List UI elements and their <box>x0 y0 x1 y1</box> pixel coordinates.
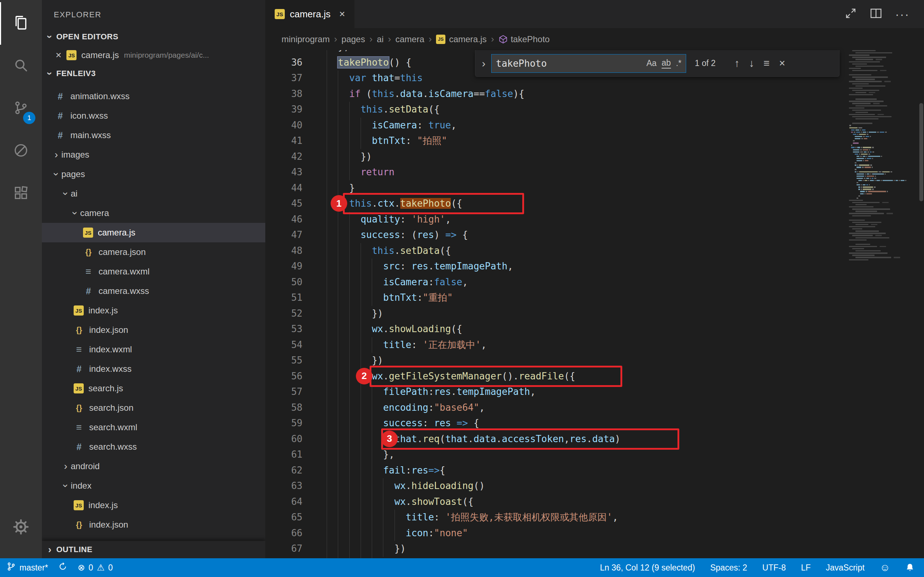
open-editors-header[interactable]: › OPEN EDITORS <box>42 28 265 45</box>
feedback-smiley-icon[interactable]: ☺ <box>880 562 890 574</box>
line-number[interactable]: 47 <box>265 227 327 243</box>
activity-run-debug-button[interactable] <box>0 130 42 172</box>
line-number[interactable]: 49 <box>265 259 327 274</box>
previous-match-button[interactable]: ↑ <box>735 57 740 69</box>
tree-item-index[interactable]: ›index <box>42 476 265 495</box>
line-content[interactable]: fail:res=>{ <box>327 463 446 479</box>
whole-word-icon[interactable]: ab <box>662 58 671 69</box>
line-number[interactable]: 43 <box>265 164 327 180</box>
line-content[interactable]: wx.hideLoading() <box>327 478 485 494</box>
close-icon[interactable]: × <box>56 49 61 61</box>
tree-item-pages[interactable]: ›pages <box>42 164 265 184</box>
line-content[interactable]: isCamera: true, <box>327 118 457 134</box>
minimap[interactable] <box>848 50 918 310</box>
tree-item-ai[interactable]: ›ai <box>42 184 265 203</box>
line-content[interactable]: isCamera:false, <box>327 274 468 290</box>
git-branch-status[interactable]: master* <box>6 562 48 574</box>
line-content[interactable]: success: (res) => { <box>327 227 468 243</box>
code-line-53[interactable]: 53wx.showLoading({ <box>265 321 924 337</box>
breadcrumb-item-miniprogram[interactable]: miniprogram <box>281 34 330 44</box>
line-number[interactable]: 35 <box>265 50 327 55</box>
line-content[interactable]: title: '拍照失败,未获取相机权限或其他原因', <box>327 509 618 525</box>
line-number[interactable]: 62 <box>265 463 327 479</box>
encoding-status[interactable]: UTF-8 <box>762 563 786 573</box>
code-line-47[interactable]: 47success: (res) => { <box>265 227 924 243</box>
breadcrumb-item-pages[interactable]: pages <box>341 34 365 44</box>
line-number[interactable]: 45 <box>265 196 327 212</box>
code-line-49[interactable]: 49src: res.tempImagePath, <box>265 259 924 274</box>
activity-source-control-button[interactable]: 1 <box>0 87 42 130</box>
code-line-52[interactable]: 52}) <box>265 306 924 322</box>
tab-camera-js[interactable]: JS camera.js × <box>265 0 354 28</box>
regex-icon[interactable]: .* <box>676 58 682 68</box>
line-number[interactable]: 53 <box>265 321 327 337</box>
line-number[interactable]: 63 <box>265 478 327 494</box>
line-content[interactable]: }) <box>327 541 406 557</box>
line-number[interactable]: 56 <box>265 369 327 384</box>
code-line-58[interactable]: 58encoding:"base64", <box>265 400 924 416</box>
line-number[interactable]: 46 <box>265 212 327 227</box>
find-input-box[interactable]: Aa ab .* <box>491 54 686 73</box>
code-line-65[interactable]: 65title: '拍照失败,未获取相机权限或其他原因', <box>265 509 924 525</box>
line-content[interactable]: }, <box>327 50 349 55</box>
breadcrumb-item-ai[interactable]: ai <box>377 34 384 44</box>
line-number[interactable]: 37 <box>265 70 327 86</box>
tree-item-camera.wxss[interactable]: #camera.wxss <box>42 281 265 301</box>
line-number[interactable]: 58 <box>265 400 327 416</box>
code-editor[interactable]: 35},36takePhoto() {37var that=this38if (… <box>265 50 924 558</box>
line-content[interactable]: }) <box>327 306 383 322</box>
line-number[interactable]: 51 <box>265 290 327 306</box>
line-number[interactable]: 64 <box>265 494 327 510</box>
tree-item-icon.wxss[interactable]: #icon.wxss <box>42 106 265 126</box>
line-number[interactable]: 40 <box>265 118 327 134</box>
line-number[interactable]: 36 <box>265 55 327 71</box>
editor-layout-icon[interactable] <box>870 7 882 21</box>
line-content[interactable]: icon:"none" <box>327 525 468 541</box>
line-content[interactable]: this.setData({ <box>327 243 451 259</box>
line-number[interactable]: 38 <box>265 86 327 102</box>
line-content[interactable]: return <box>327 164 394 180</box>
tree-item-camera.wxml[interactable]: ≡camera.wxml <box>42 262 265 281</box>
code-line-66[interactable]: 66icon:"none" <box>265 525 924 541</box>
tree-item-camera.js[interactable]: JScamera.js <box>42 223 265 242</box>
line-content[interactable]: btnTxt: "拍照" <box>327 133 447 149</box>
line-number[interactable]: 54 <box>265 337 327 353</box>
code-line-62[interactable]: 62fail:res=>{ <box>265 463 924 479</box>
find-query-input[interactable] <box>496 58 641 69</box>
code-line-50[interactable]: 50isCamera:false, <box>265 274 924 290</box>
line-content[interactable]: this.setData({ <box>327 102 439 118</box>
line-number[interactable]: 41 <box>265 133 327 149</box>
tab-close-icon[interactable]: × <box>339 8 345 20</box>
code-line-43[interactable]: 43return <box>265 164 924 180</box>
line-number[interactable]: 67 <box>265 541 327 557</box>
line-number[interactable]: 61 <box>265 447 327 463</box>
tree-item-search.js[interactable]: JSsearch.js <box>42 379 265 398</box>
line-content[interactable]: wx.showToast({ <box>327 494 473 510</box>
code-line-42[interactable]: 42}) <box>265 149 924 165</box>
tree-item-animation.wxss[interactable]: #animation.wxss <box>42 87 265 106</box>
workspace-header[interactable]: › FENLEIV3 <box>42 65 265 82</box>
tree-item-search.json[interactable]: {}search.json <box>42 398 265 417</box>
tree-item-index.wxss[interactable]: #index.wxss <box>42 359 265 379</box>
breadcrumb-item-takePhoto[interactable]: takePhoto <box>498 34 550 44</box>
split-editor-icon[interactable] <box>845 7 857 21</box>
line-content[interactable]: if (this.data.isCamera==false){ <box>327 86 525 102</box>
tree-item-index.js[interactable]: JSindex.js <box>42 495 265 515</box>
line-number[interactable]: 52 <box>265 306 327 322</box>
breadcrumb-item-camera[interactable]: camera <box>395 34 424 44</box>
tree-item-images[interactable]: ›images <box>42 145 265 164</box>
eol-status[interactable]: LF <box>801 563 811 573</box>
find-in-selection-icon[interactable]: ≡ <box>764 57 770 69</box>
code-line-48[interactable]: 48this.setData({ <box>265 243 924 259</box>
line-number[interactable]: 59 <box>265 416 327 431</box>
line-content[interactable]: var that=this <box>327 70 423 86</box>
sync-button[interactable] <box>58 562 68 574</box>
editor-scrollbar[interactable] <box>919 103 923 201</box>
tree-item-index.js[interactable]: JSindex.js <box>42 301 265 320</box>
line-number[interactable]: 39 <box>265 102 327 118</box>
line-number[interactable]: 50 <box>265 274 327 290</box>
code-line-54[interactable]: 54title: '正在加载中', <box>265 337 924 353</box>
tree-item-camera.json[interactable]: {}camera.json <box>42 242 265 262</box>
line-number[interactable]: 44 <box>265 180 327 196</box>
activity-search-button[interactable] <box>0 45 42 87</box>
